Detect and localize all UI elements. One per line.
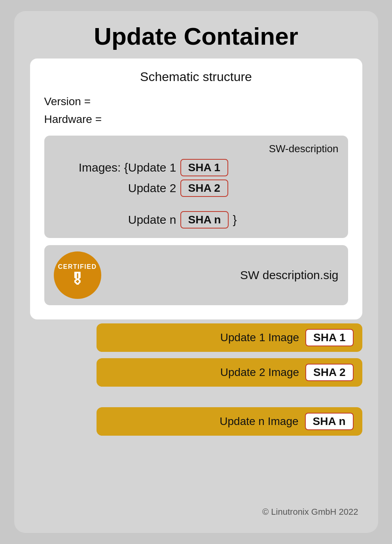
sw-sig-box: CERTIFIED 🎖 SW description.sig bbox=[44, 245, 348, 305]
ribbon-icon: 🎖 bbox=[70, 272, 85, 287]
version-label: Version = bbox=[44, 93, 348, 111]
update-image-2-sha: SHA 2 bbox=[305, 364, 353, 381]
update-image-box-n: Update n Image SHA n bbox=[97, 407, 362, 436]
image-line-1: Images: {Update 1 SHA 1 bbox=[54, 159, 339, 176]
sha2-badge: SHA 2 bbox=[180, 179, 228, 197]
update-image-2-label: Update 2 Image bbox=[220, 366, 299, 379]
image-line-n: Update n SHA n } bbox=[54, 211, 339, 229]
certified-text: CERTIFIED bbox=[58, 263, 97, 270]
update2-label: Update 2 bbox=[54, 181, 180, 195]
version-hardware: Version = Hardware = bbox=[44, 93, 348, 128]
update-images-section: Update 1 Image SHA 1 Update 2 Image SHA … bbox=[30, 323, 362, 436]
update-image-box-1: Update 1 Image SHA 1 bbox=[97, 323, 362, 352]
main-white-box: Schematic structure Version = Hardware =… bbox=[30, 59, 362, 319]
schematic-title: Schematic structure bbox=[44, 70, 348, 84]
update-image-1-sha: SHA 1 bbox=[305, 329, 353, 346]
images-rows: Images: {Update 1 SHA 1 Update 2 SHA 2 U… bbox=[54, 159, 339, 229]
sha1-badge: SHA 1 bbox=[180, 159, 228, 176]
update-image-1-label: Update 1 Image bbox=[220, 331, 299, 344]
image-line-2: Update 2 SHA 2 bbox=[54, 179, 339, 197]
card: Update Container Schematic structure Ver… bbox=[14, 11, 378, 533]
certified-badge: CERTIFIED 🎖 bbox=[54, 251, 101, 299]
hardware-label: Hardware = bbox=[44, 111, 348, 128]
sw-description-box: SW-description Images: {Update 1 SHA 1 U… bbox=[44, 136, 348, 238]
update-image-n-label: Update n Image bbox=[220, 415, 298, 428]
shan-badge: SHA n bbox=[180, 211, 229, 229]
updaten-label: Update n bbox=[54, 213, 180, 227]
images-prefix: Images: {Update 1 bbox=[54, 161, 180, 174]
page-title: Update Container bbox=[30, 23, 362, 50]
update-image-n-sha: SHA n bbox=[305, 413, 354, 430]
closing-brace: } bbox=[233, 213, 237, 227]
footer: © Linutronix GmbH 2022 bbox=[30, 507, 362, 517]
update-image-box-2: Update 2 Image SHA 2 bbox=[97, 358, 362, 387]
sw-sig-label: SW description.sig bbox=[109, 268, 339, 282]
sw-description-label: SW-description bbox=[54, 143, 339, 155]
